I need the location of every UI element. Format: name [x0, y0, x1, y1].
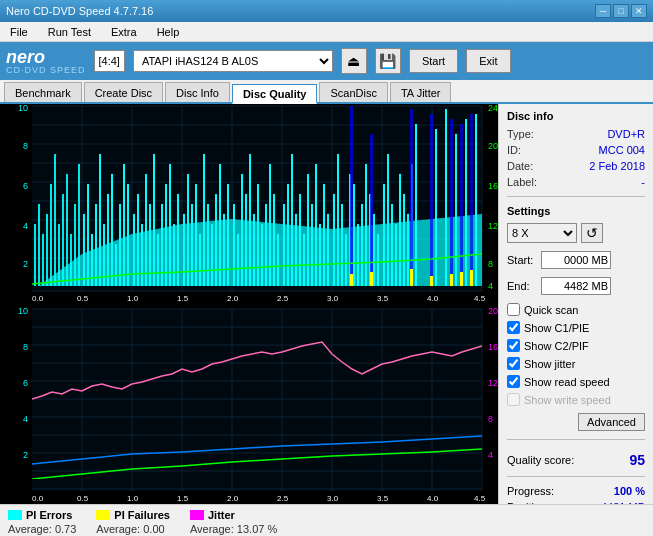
- svg-rect-61: [141, 224, 143, 291]
- svg-rect-98: [295, 214, 297, 291]
- svg-rect-97: [291, 154, 293, 291]
- svg-rect-69: [173, 224, 175, 291]
- logo-text: nero: [6, 48, 45, 66]
- svg-rect-138: [465, 119, 467, 291]
- toolbar: nero CD·DVD SPEED [4:4] ATAPI iHAS124 B …: [0, 42, 653, 80]
- tab-ta-jitter[interactable]: TA Jitter: [390, 82, 452, 102]
- svg-rect-131: [450, 119, 453, 291]
- svg-rect-133: [470, 114, 473, 291]
- svg-text:10: 10: [18, 306, 28, 316]
- refresh-button[interactable]: ↺: [581, 223, 603, 243]
- svg-rect-99: [299, 194, 301, 291]
- titlebar: Nero CD-DVD Speed 4.7.7.16 ─ □ ✕: [0, 0, 653, 22]
- end-input[interactable]: [541, 277, 611, 295]
- menu-help[interactable]: Help: [151, 24, 186, 40]
- jitter-legend-box: [190, 510, 204, 520]
- start-button[interactable]: Start: [409, 49, 458, 73]
- svg-rect-54: [111, 174, 113, 291]
- svg-text:3.0: 3.0: [327, 494, 339, 503]
- svg-text:4.5: 4.5: [474, 494, 486, 503]
- quality-score-label: Quality score:: [507, 454, 574, 466]
- svg-rect-59: [133, 214, 135, 291]
- svg-rect-157: [32, 309, 482, 491]
- svg-rect-45: [74, 204, 76, 291]
- quick-scan-checkbox[interactable]: [507, 303, 520, 316]
- quality-score-value: 95: [629, 452, 645, 468]
- svg-rect-35: [34, 224, 36, 291]
- show-c1pie-label: Show C1/PIE: [524, 322, 589, 334]
- pi-errors-average: Average: 0.73: [8, 523, 76, 535]
- svg-rect-85: [241, 174, 243, 291]
- tabbar: Benchmark Create Disc Disc Info Disc Qua…: [0, 80, 653, 104]
- quick-scan-row: Quick scan: [507, 303, 645, 316]
- svg-rect-86: [245, 194, 247, 291]
- svg-rect-56: [119, 204, 121, 291]
- maximize-button[interactable]: □: [613, 4, 629, 18]
- svg-rect-38: [46, 214, 48, 291]
- svg-rect-92: [269, 164, 271, 291]
- svg-rect-105: [323, 184, 325, 291]
- eject-icon[interactable]: ⏏: [341, 48, 367, 74]
- svg-text:3.5: 3.5: [377, 294, 389, 303]
- svg-text:24: 24: [488, 104, 498, 113]
- svg-rect-100: [303, 234, 305, 291]
- svg-rect-88: [253, 214, 255, 291]
- svg-rect-36: [38, 204, 40, 291]
- show-write-speed-checkbox[interactable]: [507, 393, 520, 406]
- svg-text:2.0: 2.0: [227, 494, 239, 503]
- svg-rect-84: [237, 234, 239, 291]
- save-icon[interactable]: 💾: [375, 48, 401, 74]
- start-label: Start:: [507, 254, 537, 266]
- svg-text:16: 16: [488, 342, 498, 352]
- svg-rect-130: [430, 114, 433, 291]
- menubar: File Run Test Extra Help: [0, 22, 653, 42]
- tab-scandisc[interactable]: ScanDisc: [319, 82, 387, 102]
- show-jitter-checkbox[interactable]: [507, 357, 520, 370]
- advanced-button[interactable]: Advanced: [578, 413, 645, 431]
- svg-rect-135: [435, 129, 437, 291]
- show-read-speed-checkbox[interactable]: [507, 375, 520, 388]
- svg-text:4.5: 4.5: [474, 294, 486, 303]
- svg-rect-114: [361, 204, 363, 291]
- show-c1pie-checkbox[interactable]: [507, 321, 520, 334]
- svg-text:1.0: 1.0: [127, 494, 139, 503]
- start-input[interactable]: [541, 251, 611, 269]
- main-content: 10 8 6 4 2 24 20 16 12 8 4: [0, 104, 653, 504]
- close-button[interactable]: ✕: [631, 4, 647, 18]
- svg-rect-102: [311, 204, 313, 291]
- svg-rect-103: [315, 164, 317, 291]
- show-write-speed-label: Show write speed: [524, 394, 611, 406]
- drive-select[interactable]: ATAPI iHAS124 B AL0S: [133, 50, 333, 72]
- svg-rect-134: [415, 124, 417, 291]
- tab-disc-quality[interactable]: Disc Quality: [232, 84, 318, 104]
- tab-create-disc[interactable]: Create Disc: [84, 82, 163, 102]
- show-c2pif-checkbox[interactable]: [507, 339, 520, 352]
- svg-rect-70: [177, 194, 179, 291]
- progress-label: Progress:: [507, 485, 554, 497]
- svg-rect-107: [333, 194, 335, 291]
- tab-disc-info[interactable]: Disc Info: [165, 82, 230, 102]
- speed-select[interactable]: 8 X Max 4 X: [507, 223, 577, 243]
- menu-run-test[interactable]: Run Test: [42, 24, 97, 40]
- start-mb-row: Start:: [507, 251, 645, 269]
- svg-rect-139: [475, 114, 477, 291]
- menu-file[interactable]: File: [4, 24, 34, 40]
- show-jitter-label: Show jitter: [524, 358, 575, 370]
- svg-text:8: 8: [23, 141, 28, 151]
- pi-failures-group: PI Failures Average: 0.00 Maximum: 2 Tot…: [96, 509, 170, 536]
- menu-extra[interactable]: Extra: [105, 24, 143, 40]
- svg-rect-83: [233, 204, 235, 291]
- svg-text:1.5: 1.5: [177, 294, 189, 303]
- minimize-button[interactable]: ─: [595, 4, 611, 18]
- svg-rect-110: [345, 234, 347, 291]
- svg-text:4: 4: [23, 221, 28, 231]
- svg-rect-115: [365, 164, 367, 291]
- svg-text:10: 10: [18, 104, 28, 113]
- svg-rect-79: [215, 194, 217, 291]
- svg-rect-122: [395, 224, 397, 291]
- svg-rect-87: [249, 154, 251, 291]
- exit-button[interactable]: Exit: [466, 49, 510, 73]
- svg-rect-121: [391, 204, 393, 291]
- disc-id-label: ID:: [507, 144, 521, 156]
- tab-benchmark[interactable]: Benchmark: [4, 82, 82, 102]
